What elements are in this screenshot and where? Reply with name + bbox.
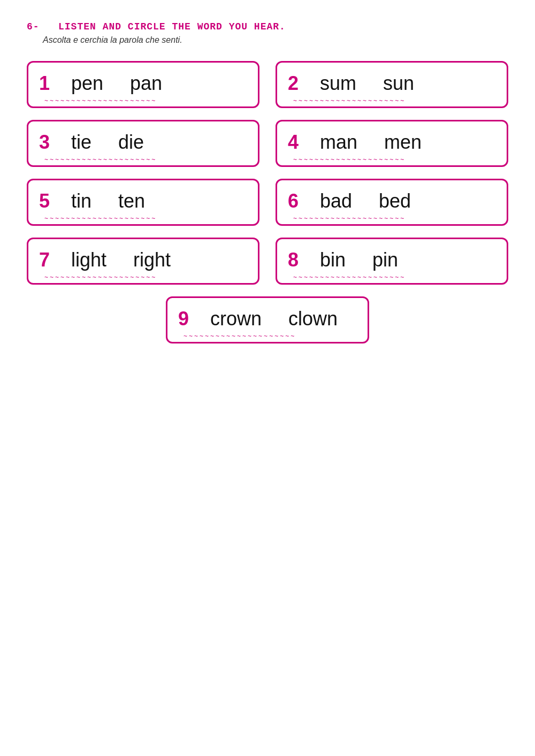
card-word-7b: right <box>133 249 171 271</box>
card-word-3a: tie <box>71 131 91 154</box>
word-card-7: 7 light right <box>27 238 259 285</box>
word-card-5: 5 tin ten <box>27 179 259 226</box>
word-card-3: 3 tie die <box>27 120 259 167</box>
card-words-4: man men <box>320 131 422 154</box>
card-word-2a: sum <box>320 72 356 95</box>
card-words-1: pen pan <box>71 72 162 95</box>
card-word-4a: man <box>320 131 357 154</box>
card-word-2b: sun <box>383 72 414 95</box>
exercise-title-text: LISTEN AND CIRCLE THE WORD YOU HEAR. <box>58 21 286 32</box>
card-words-9: crown clown <box>210 308 338 330</box>
card-word-9a: crown <box>210 308 262 330</box>
card-word-7a: light <box>71 249 106 271</box>
card-number-2: 2 <box>288 72 309 95</box>
card-number-3: 3 <box>39 131 60 154</box>
word-card-1: 1 pen pan <box>27 61 259 108</box>
card-number-4: 4 <box>288 131 309 154</box>
card-word-1b: pan <box>130 72 162 95</box>
card-words-7: light right <box>71 249 171 271</box>
card-words-5: tin ten <box>71 190 145 212</box>
word-cards-grid: 1 pen pan 2 sum sun 3 tie die 4 man men … <box>27 61 508 343</box>
card-words-8: bin pin <box>320 249 398 271</box>
card-word-9b: clown <box>288 308 338 330</box>
exercise-number: 6- <box>27 21 40 32</box>
card-number-9: 9 <box>178 308 200 330</box>
card-word-8b: pin <box>372 249 398 271</box>
word-card-6: 6 bad bed <box>276 179 508 226</box>
exercise-title: 6- LISTEN AND CIRCLE THE WORD YOU HEAR. <box>27 21 508 32</box>
word-card-9-wrapper: 9 crown clown <box>27 296 508 343</box>
exercise-header: 6- LISTEN AND CIRCLE THE WORD YOU HEAR. … <box>27 21 508 45</box>
card-word-6b: bed <box>379 190 411 212</box>
word-card-2: 2 sum sun <box>276 61 508 108</box>
word-card-8: 8 bin pin <box>276 238 508 285</box>
card-word-1a: pen <box>71 72 103 95</box>
card-word-6a: bad <box>320 190 352 212</box>
card-words-3: tie die <box>71 131 144 154</box>
card-word-5b: ten <box>118 190 145 212</box>
card-word-3b: die <box>118 131 144 154</box>
card-number-1: 1 <box>39 72 60 95</box>
card-number-6: 6 <box>288 190 309 212</box>
card-word-4b: men <box>384 131 422 154</box>
card-number-8: 8 <box>288 249 309 271</box>
card-number-5: 5 <box>39 190 60 212</box>
card-number-7: 7 <box>39 249 60 271</box>
word-card-4: 4 man men <box>276 120 508 167</box>
exercise-subtitle: Ascolta e cerchia la parola che senti. <box>43 35 508 45</box>
card-word-5a: tin <box>71 190 91 212</box>
word-card-9: 9 crown clown <box>166 296 369 343</box>
card-words-6: bad bed <box>320 190 411 212</box>
card-words-2: sum sun <box>320 72 414 95</box>
card-word-8a: bin <box>320 249 346 271</box>
